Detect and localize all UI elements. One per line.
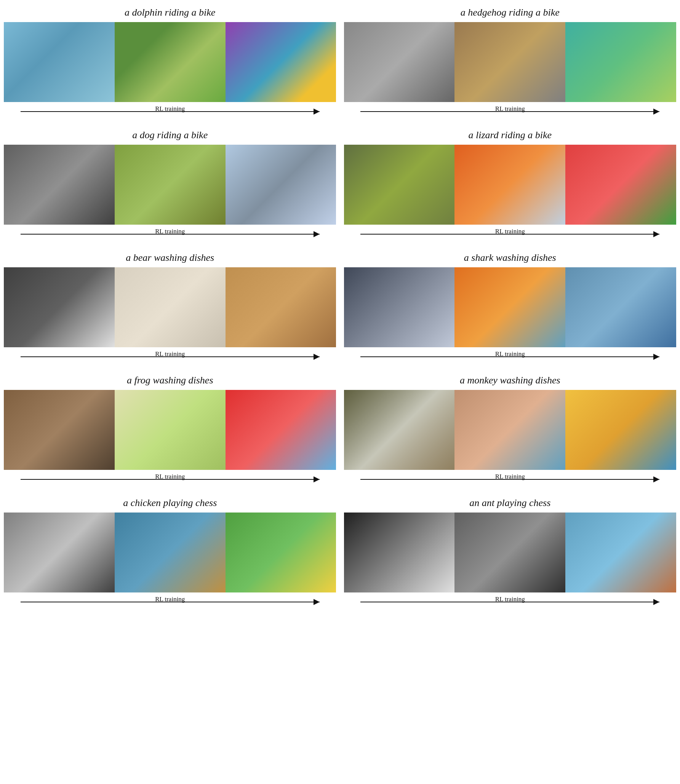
title-3-left: a frog washing dishes [127, 375, 213, 386]
cell-1-right: a lizard riding a bikeRL training [340, 123, 680, 245]
image-0-left-1 [115, 22, 226, 102]
images-row-2-right [344, 267, 677, 347]
rl-training-label: RL training [495, 105, 525, 115]
arrow-4-left: RL training [21, 596, 320, 608]
cell-2-left: a bear washing dishesRL training [0, 245, 340, 368]
title-4-right: an ant playing chess [469, 497, 550, 509]
title-1-right: a lizard riding a bike [468, 129, 552, 141]
arrow-2-left: RL training [21, 351, 320, 362]
image-3-left-2 [226, 390, 336, 470]
image-3-right-1 [454, 390, 565, 470]
title-0-right: a hedgehog riding a bike [461, 7, 560, 18]
cell-4-right: an ant playing chessRL training [340, 490, 680, 613]
image-3-right-0 [344, 390, 455, 470]
arrow-1-right: RL training [360, 228, 659, 240]
image-2-right-2 [565, 267, 676, 347]
rl-training-label: RL training [495, 596, 525, 605]
cell-0-right: a hedgehog riding a bikeRL training [340, 0, 680, 123]
images-row-3-left [4, 390, 336, 470]
cell-3-left: a frog washing dishesRL training [0, 368, 340, 490]
image-2-left-0 [4, 267, 115, 347]
images-row-0-left [4, 22, 336, 102]
cell-4-left: a chicken playing chessRL training [0, 490, 340, 613]
arrow-line [21, 356, 320, 357]
image-0-right-1 [454, 22, 565, 102]
image-1-right-1 [454, 145, 565, 225]
image-4-left-1 [115, 513, 226, 592]
image-1-left-0 [4, 145, 115, 225]
images-row-2-left [4, 267, 336, 347]
image-2-left-1 [115, 267, 226, 347]
images-row-1-right [344, 145, 677, 225]
rl-training-label: RL training [495, 473, 525, 483]
image-1-right-0 [344, 145, 455, 225]
image-4-right-0 [344, 513, 455, 592]
rl-training-label: RL training [155, 350, 185, 360]
arrow-line [360, 356, 659, 357]
rl-training-label: RL training [155, 105, 185, 115]
arrow-line [360, 111, 659, 112]
arrow-4-right: RL training [360, 596, 659, 608]
arrow-line [360, 479, 659, 480]
arrow-2-right: RL training [360, 351, 659, 362]
title-1-left: a dog riding a bike [132, 129, 208, 141]
image-0-right-2 [565, 22, 676, 102]
title-2-left: a bear washing dishes [126, 252, 214, 263]
image-2-right-1 [454, 267, 565, 347]
image-3-left-1 [115, 390, 226, 470]
rl-training-label: RL training [155, 228, 185, 238]
image-4-right-1 [454, 513, 565, 592]
arrow-line [21, 111, 320, 112]
cell-2-right: a shark washing dishesRL training [340, 245, 680, 368]
image-4-left-0 [4, 513, 115, 592]
image-4-right-2 [565, 513, 676, 592]
images-row-4-left [4, 513, 336, 592]
rl-training-label: RL training [495, 228, 525, 238]
title-3-right: a monkey washing dishes [460, 375, 560, 386]
image-0-right-0 [344, 22, 455, 102]
arrow-0-right: RL training [360, 106, 659, 117]
image-1-right-2 [565, 145, 676, 225]
arrow-0-left: RL training [21, 106, 320, 117]
images-row-1-left [4, 145, 336, 225]
arrow-line [21, 602, 320, 602]
arrow-line [360, 234, 659, 235]
arrow-3-right: RL training [360, 474, 659, 485]
image-4-left-2 [226, 513, 336, 592]
arrow-line [21, 234, 320, 235]
image-0-left-2 [226, 22, 336, 102]
rl-training-label: RL training [155, 473, 185, 483]
rl-training-label: RL training [495, 350, 525, 360]
image-3-right-2 [565, 390, 676, 470]
arrow-1-left: RL training [21, 228, 320, 240]
cell-1-left: a dog riding a bikeRL training [0, 123, 340, 245]
image-0-left-0 [4, 22, 115, 102]
arrow-line [21, 479, 320, 480]
image-3-left-0 [4, 390, 115, 470]
arrow-3-left: RL training [21, 474, 320, 485]
images-row-4-right [344, 513, 677, 592]
image-2-left-2 [226, 267, 336, 347]
image-1-left-2 [226, 145, 336, 225]
title-2-right: a shark washing dishes [464, 252, 556, 263]
images-row-3-right [344, 390, 677, 470]
images-row-0-right [344, 22, 677, 102]
title-0-left: a dolphin riding a bike [125, 7, 215, 18]
cell-0-left: a dolphin riding a bikeRL training [0, 0, 340, 123]
rl-training-label: RL training [155, 596, 185, 605]
main-grid: a dolphin riding a bikeRL traininga hedg… [0, 0, 680, 613]
arrow-line [360, 602, 659, 602]
image-1-left-1 [115, 145, 226, 225]
title-4-left: a chicken playing chess [123, 497, 217, 509]
image-2-right-0 [344, 267, 455, 347]
cell-3-right: a monkey washing dishesRL training [340, 368, 680, 490]
